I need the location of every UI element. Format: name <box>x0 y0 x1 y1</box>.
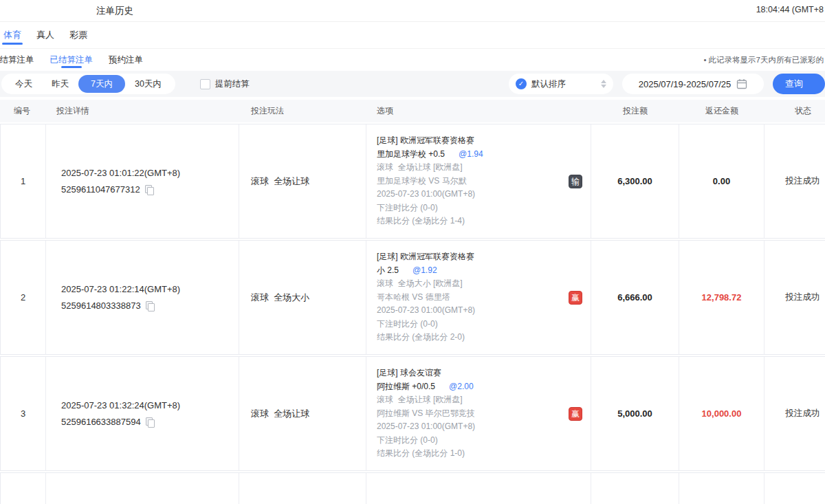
copy-icon[interactable] <box>146 417 153 426</box>
cell-bet-detail: 2025-07-23 01:01:22(GMT+8) 5259611047677… <box>46 124 239 238</box>
option-match: 哥本哈根 VS 德里塔 <box>377 291 560 305</box>
record-notice: • 此记录将显示7天内所有已派彩的 <box>703 55 824 65</box>
stake-value: 5,000.00 <box>617 408 652 419</box>
search-button[interactable]: 查询 <box>773 74 825 94</box>
row-number: 2 <box>21 292 25 303</box>
early-settle-checkbox[interactable] <box>200 79 210 89</box>
option-pick-row: 里加足球学校 +0.5 @1.94 <box>377 148 560 162</box>
status-text: 投注成功 <box>786 175 820 187</box>
cell-stake: 6,300.00 <box>591 124 679 238</box>
option-market: 滚球 全场让球 [欧洲盘] <box>377 161 560 175</box>
tab-lottery[interactable]: 彩票 <box>69 22 87 48</box>
option-match-time: 2025-07-23 01:00(GMT+8) <box>377 420 560 434</box>
date-quick-filter-group: 今天 昨天 7天内 30天内 <box>1 74 175 94</box>
cell-number: 2 <box>0 241 46 354</box>
bet-type: 滚球 全场让球 <box>251 175 366 188</box>
cell-payout <box>679 473 764 504</box>
table-header-row: 编号 投注详情 投注玩法 选项 投注额 返还金额 状态 <box>0 100 825 122</box>
bet-history-table: 编号 投注详情 投注玩法 选项 投注额 返还金额 状态 1 2025-07-23… <box>0 100 825 504</box>
filter-30days[interactable]: 30天内 <box>125 75 171 93</box>
option-odds: @1.92 <box>412 264 437 278</box>
cell-bet-detail: 2025-07-23 01:32:24(GMT+8) 5259616633887… <box>46 357 239 470</box>
cell-payout: 10,000.00 <box>679 357 764 470</box>
option-pick: 小 2.5 <box>377 264 399 278</box>
status-text: 投注成功 <box>786 292 820 303</box>
calendar-icon <box>736 78 747 89</box>
cell-option: [足球] 球会友谊赛 阿拉维斯 +0/0.5 @2.00 滚球 全场让球 [欧洲… <box>366 357 591 470</box>
cell-payout: 12,798.72 <box>679 241 764 354</box>
tab-sports-label: 体育 <box>3 29 21 41</box>
cell-number: 3 <box>0 357 46 470</box>
sort-dropdown-value: 默认排序 <box>531 78 566 90</box>
header-bet-type: 投注玩法 <box>239 105 366 117</box>
tab-live-casino[interactable]: 真人 <box>36 22 54 48</box>
bet-id-row: 5259614803338873 <box>61 298 239 314</box>
early-settle-label: 提前结算 <box>215 78 250 90</box>
bet-time: 2025-07-23 01:22:14(GMT+8) <box>61 281 239 298</box>
cell-status <box>764 473 825 504</box>
copy-icon[interactable] <box>145 185 153 194</box>
table-row: 2 2025-07-23 01:22:14(GMT+8) 52596148033… <box>0 240 825 355</box>
option-bet-score: 下注时比分 (0-0) <box>377 318 560 331</box>
option-market: 滚球 全场大小 [欧洲盘] <box>377 277 560 291</box>
option-bet-score: 下注时比分 (0-0) <box>377 201 560 215</box>
option-match-time: 2025-07-23 01:00(GMT+8) <box>377 188 560 201</box>
cell-stake: 6,666.00 <box>591 241 679 354</box>
option-match: 阿拉维斯 VS 毕尔巴鄂竞技 <box>377 407 560 421</box>
option-odds: @1.94 <box>459 148 483 162</box>
table-body: 1 2025-07-23 01:01:22(GMT+8) 52596110476… <box>0 124 825 504</box>
bet-id-row: 5259611047677312 <box>61 182 239 198</box>
subtab-reserved[interactable]: 预约注单 <box>109 49 143 71</box>
cell-payout: 0.00 <box>679 124 764 238</box>
cell-bet-type <box>239 473 366 504</box>
row-number: 1 <box>21 176 25 186</box>
cell-bet-detail: 2025-07-23 01:22:14(GMT+8) 5259614803338… <box>46 241 239 354</box>
table-row: [足球] 非洲女子国家杯(在摩洛哥) <box>0 472 825 504</box>
sort-dropdown[interactable]: ✓ 默认排序 <box>509 74 613 94</box>
filter-7days[interactable]: 7天内 <box>78 75 125 93</box>
option-league: [足球] 欧洲冠军联赛资格赛 <box>377 134 560 148</box>
filter-yesterday[interactable]: 昨天 <box>42 75 78 93</box>
server-time: 18:04:44 (GMT+8 <box>756 5 824 14</box>
filter-today[interactable]: 今天 <box>6 75 42 93</box>
header-option: 选项 <box>366 105 591 117</box>
payout-value: 0.00 <box>713 176 730 186</box>
cell-option: [足球] 非洲女子国家杯(在摩洛哥) <box>366 473 591 504</box>
date-range-picker[interactable]: 2025/07/19-2025/07/25 <box>622 74 764 94</box>
status-text: 投注成功 <box>786 408 820 419</box>
cell-option: [足球] 欧洲冠军联赛资格赛 里加足球学校 +0.5 @1.94 滚球 全场让球… <box>366 124 591 238</box>
result-badge: 输 <box>569 175 582 188</box>
bet-id: 5259616633887594 <box>61 414 141 430</box>
filter-right-group: ✓ 默认排序 2025/07/19-2025/07/25 查询 <box>509 74 825 94</box>
cell-status: 投注成功 <box>764 124 825 238</box>
option-pick: 里加足球学校 +0.5 <box>377 148 445 162</box>
stake-value: 6,666.00 <box>617 292 652 303</box>
date-range-value: 2025/07/19-2025/07/25 <box>639 79 731 89</box>
header-payout: 返还金额 <box>679 105 764 117</box>
filter-bar: 今天 昨天 7天内 30天内 提前结算 ✓ 默认排序 2025/07/19-20… <box>0 71 825 97</box>
subtab-reserved-label: 预约注单 <box>109 54 143 66</box>
table-row: 3 2025-07-23 01:32:24(GMT+8) 52596166338… <box>0 356 825 471</box>
cell-option: [足球] 欧洲冠军联赛资格赛 小 2.5 @1.92 滚球 全场大小 [欧洲盘]… <box>366 241 591 354</box>
tab-sports[interactable]: 体育 <box>3 22 21 48</box>
subtab-unsettled[interactable]: 未结算注单 <box>0 49 34 71</box>
cell-bet-type: 滚球 全场让球 <box>239 124 366 238</box>
early-settle-filter: 提前结算 <box>200 78 250 90</box>
option-pick-row: 小 2.5 @1.92 <box>377 264 560 278</box>
table-row: 1 2025-07-23 01:01:22(GMT+8) 52596110476… <box>0 124 825 239</box>
option-result-score: 结果比分 (全场比分 1-4) <box>377 215 560 228</box>
option-league: [足球] 球会友谊赛 <box>377 366 560 380</box>
cell-bet-detail <box>46 473 239 504</box>
cell-stake <box>591 473 679 504</box>
option-pick-row: 阿拉维斯 +0/0.5 @2.00 <box>377 380 560 394</box>
header-stake: 投注额 <box>591 105 679 117</box>
cell-stake: 5,000.00 <box>591 357 679 470</box>
subtab-settled[interactable]: 已结算注单 <box>50 49 94 71</box>
settlement-subtabs: 未结算注单 已结算注单 预约注单 • 此记录将显示7天内所有已派彩的 <box>0 49 825 71</box>
copy-icon[interactable] <box>146 301 153 310</box>
header-number: 编号 <box>0 105 46 117</box>
bet-type: 滚球 全场让球 <box>251 408 366 420</box>
title-bar: 注单历史 18:04:44 (GMT+8 <box>0 0 825 22</box>
option-league: [足球] 欧洲冠军联赛资格赛 <box>377 250 560 264</box>
subtab-unsettled-label: 未结算注单 <box>0 54 34 66</box>
